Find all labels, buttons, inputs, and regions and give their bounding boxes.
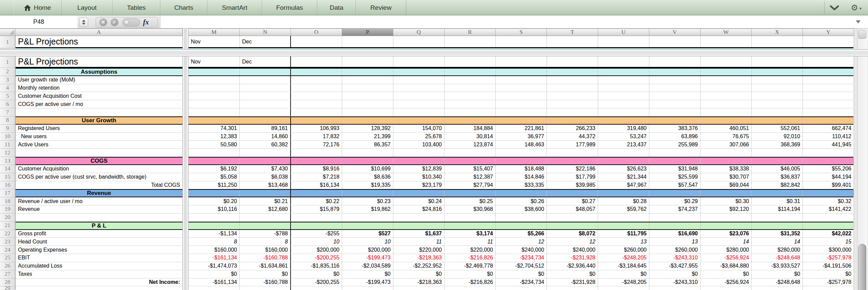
cell-T12[interactable] bbox=[547, 149, 598, 157]
cell-S18[interactable]: $0.26 bbox=[496, 197, 547, 205]
cell-V8[interactable] bbox=[649, 117, 701, 124]
cell-N13[interactable] bbox=[240, 158, 291, 164]
cell-X10[interactable]: 92,010 bbox=[752, 133, 803, 141]
cell-Y13[interactable] bbox=[803, 158, 854, 164]
cell-N14[interactable]: $7,430 bbox=[240, 165, 291, 173]
cell-T26[interactable]: -$2,936,440 bbox=[547, 262, 598, 270]
cell-X8[interactable] bbox=[752, 117, 803, 124]
cell-R12[interactable] bbox=[445, 149, 496, 157]
cell-T23[interactable]: 12 bbox=[547, 238, 598, 246]
cell-M20[interactable] bbox=[189, 214, 240, 221]
cell-W28[interactable]: -$256,924 bbox=[701, 278, 752, 286]
cell-R22[interactable]: $3,174 bbox=[445, 230, 496, 238]
cell-S9[interactable]: 221,861 bbox=[496, 125, 547, 132]
cell-U8[interactable] bbox=[598, 117, 649, 124]
cell-Q1[interactable] bbox=[393, 36, 445, 47]
cell-R9[interactable]: 184,884 bbox=[445, 125, 496, 132]
cell-W26[interactable]: -$3,684,880 bbox=[701, 262, 752, 270]
cell-Y11[interactable]: 441,945 bbox=[803, 141, 854, 148]
cell-T27[interactable]: $0 bbox=[547, 270, 598, 278]
cell-T8[interactable] bbox=[547, 117, 598, 124]
cell-Y20[interactable] bbox=[803, 214, 854, 221]
cell-T10[interactable]: 44,372 bbox=[547, 133, 598, 141]
cell-V23[interactable]: 13 bbox=[649, 238, 701, 246]
row-header-21[interactable]: 21 bbox=[0, 222, 16, 230]
cell-M17[interactable] bbox=[189, 190, 240, 197]
cell-reference-box[interactable]: P48 bbox=[0, 16, 78, 28]
cell-N25[interactable]: -$160,788 bbox=[240, 254, 291, 262]
cell-A26[interactable]: Accumulated Loss bbox=[16, 262, 182, 270]
fx-icon[interactable]: fx bbox=[143, 18, 149, 26]
cell-R15[interactable]: $12,387 bbox=[445, 173, 496, 181]
cell-S5[interactable] bbox=[496, 92, 547, 100]
cell-W10[interactable]: 76,675 bbox=[701, 133, 752, 141]
cell-O22[interactable]: -$255 bbox=[291, 230, 342, 238]
cell-O29[interactable] bbox=[291, 286, 342, 290]
cell-R1[interactable] bbox=[445, 56, 496, 67]
cell-A11[interactable]: Active Users bbox=[16, 141, 182, 148]
cell-Y14[interactable]: $55,206 bbox=[803, 165, 854, 173]
cell-U26[interactable]: -$3,184,645 bbox=[598, 262, 649, 270]
cell-W13[interactable] bbox=[701, 158, 752, 164]
cell-M13[interactable] bbox=[189, 158, 240, 164]
cell-T16[interactable]: $39,985 bbox=[547, 181, 598, 189]
tab-charts[interactable]: Charts bbox=[160, 0, 208, 15]
cell-V15[interactable]: $25,599 bbox=[649, 173, 701, 181]
cell-S1[interactable] bbox=[496, 36, 547, 47]
cell-A7[interactable] bbox=[16, 108, 182, 116]
cell-A24[interactable]: Operating Expenses bbox=[16, 246, 182, 254]
cell-R27[interactable]: $0 bbox=[445, 270, 496, 278]
cell-Q6[interactable] bbox=[393, 100, 445, 108]
cell-W7[interactable] bbox=[701, 108, 752, 116]
column-header-V[interactable]: V bbox=[649, 29, 701, 36]
cell-T29[interactable] bbox=[547, 286, 598, 290]
cell-Q10[interactable]: 25,678 bbox=[393, 133, 445, 141]
cell-U29[interactable] bbox=[598, 286, 649, 290]
cell-A2[interactable]: Assumptions bbox=[16, 69, 182, 75]
cell-X9[interactable]: 552,061 bbox=[752, 125, 803, 132]
cell-Q29[interactable] bbox=[393, 286, 445, 290]
cell-P19[interactable]: $19,862 bbox=[342, 205, 393, 213]
cell-P8[interactable] bbox=[342, 117, 393, 124]
cell-M1[interactable]: Nov bbox=[189, 56, 240, 67]
cell-R29[interactable] bbox=[445, 286, 496, 290]
cell-O21[interactable] bbox=[291, 222, 342, 229]
cell-M7[interactable] bbox=[189, 108, 240, 116]
cell-V1[interactable] bbox=[649, 36, 701, 47]
cell-M5[interactable] bbox=[189, 92, 240, 100]
row-header-26[interactable]: 26 bbox=[0, 262, 16, 270]
cell-R28[interactable]: -$216,826 bbox=[445, 278, 496, 286]
row-header-1[interactable]: 1 bbox=[0, 36, 16, 48]
tab-smartart[interactable]: SmartArt bbox=[208, 0, 262, 15]
cell-N26[interactable]: -$1,634,861 bbox=[240, 262, 291, 270]
cell-O13[interactable] bbox=[291, 158, 342, 164]
cell-O19[interactable]: $15,879 bbox=[291, 205, 342, 213]
cell-U1[interactable] bbox=[598, 36, 649, 47]
cell-T15[interactable]: $17,799 bbox=[547, 173, 598, 181]
cell-M19[interactable]: $10,116 bbox=[189, 205, 240, 213]
cell-Y29[interactable] bbox=[803, 286, 854, 290]
cell-W25[interactable]: -$256,924 bbox=[701, 254, 752, 262]
cell-Q13[interactable] bbox=[393, 158, 445, 164]
cell-Q14[interactable]: $12,839 bbox=[393, 165, 445, 173]
cell-W20[interactable] bbox=[701, 214, 752, 221]
cell-S26[interactable]: -$2,704,512 bbox=[496, 262, 547, 270]
cell-W8[interactable] bbox=[701, 117, 752, 124]
cell-reference-stepper[interactable] bbox=[79, 18, 88, 27]
cell-O14[interactable]: $8,916 bbox=[291, 165, 342, 173]
cell-N16[interactable]: $13,468 bbox=[240, 181, 291, 189]
cell-R16[interactable]: $27,794 bbox=[445, 181, 496, 189]
cell-Q21[interactable] bbox=[393, 222, 445, 229]
column-header-P[interactable]: P bbox=[342, 29, 393, 36]
cell-V28[interactable]: -$243,310 bbox=[649, 278, 701, 286]
cell-S7[interactable] bbox=[496, 108, 547, 116]
cell-S27[interactable]: $0 bbox=[496, 270, 547, 278]
row-header-7[interactable]: 7 bbox=[0, 108, 16, 116]
cell-X1[interactable] bbox=[752, 56, 803, 67]
cell-V12[interactable] bbox=[649, 149, 701, 157]
row-header-17[interactable]: 17 bbox=[0, 189, 16, 197]
cell-V1[interactable] bbox=[649, 56, 701, 67]
row-header-25[interactable]: 25 bbox=[0, 254, 16, 262]
horizontal-pane-splitter[interactable] bbox=[0, 49, 868, 56]
cell-V21[interactable] bbox=[649, 222, 701, 229]
